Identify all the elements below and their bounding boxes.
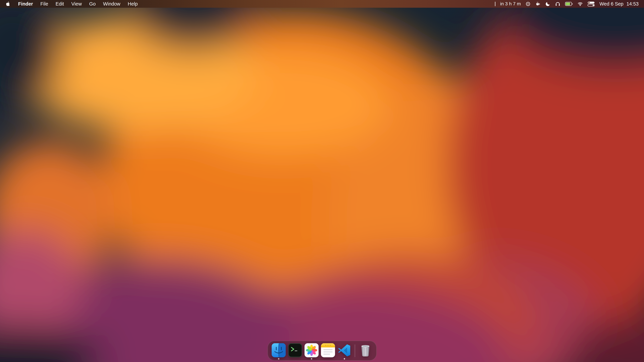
active-app-name[interactable]: Finder	[14, 1, 37, 7]
battery-icon[interactable]	[563, 2, 575, 6]
running-indicator	[344, 358, 345, 360]
headphones-icon[interactable]	[553, 1, 563, 6]
trash-icon	[358, 343, 372, 357]
status-divider	[492, 2, 498, 6]
notes-icon	[321, 343, 335, 357]
timer-status[interactable]: in 3 h 7 m	[498, 1, 523, 6]
menu-item-file[interactable]: File	[37, 1, 52, 7]
menu-item-edit[interactable]: Edit	[52, 1, 68, 7]
control-center-icon[interactable]	[585, 1, 597, 6]
coffee-cup-icon[interactable]	[533, 1, 543, 6]
running-indicator	[311, 358, 312, 360]
finder-icon	[272, 343, 286, 357]
dock-item-terminal[interactable]	[288, 343, 302, 360]
apple-menu[interactable]	[4, 1, 14, 6]
clock-date: Wed 6 Sep	[600, 1, 623, 7]
clock-time: 14:53	[626, 1, 639, 7]
dock-item-vscode[interactable]	[338, 343, 352, 360]
dock-item-trash[interactable]	[358, 343, 372, 360]
menu-bar-clock[interactable]: Wed 6 Sep 14:53	[597, 1, 640, 7]
wifi-icon[interactable]	[575, 1, 585, 6]
dock-item-finder[interactable]	[272, 343, 286, 360]
focus-moon-icon[interactable]	[543, 1, 553, 6]
dock-item-photos[interactable]	[304, 343, 319, 360]
photos-icon	[304, 343, 319, 357]
apple-logo-icon	[5, 1, 11, 6]
wallpaper-image	[0, 0, 644, 362]
menu-bar-status-area: in 3 h 7 m	[492, 1, 640, 7]
timer-ring-icon[interactable]	[523, 1, 533, 6]
dock-divider	[355, 345, 355, 357]
running-indicator	[278, 358, 280, 360]
desktop[interactable]: Finder File Edit View Go Window Help in …	[0, 0, 644, 362]
menu-bar: Finder File Edit View Go Window Help in …	[0, 0, 644, 8]
menu-item-go[interactable]: Go	[86, 1, 100, 7]
menu-item-view[interactable]: View	[68, 1, 85, 7]
menu-item-window[interactable]: Window	[99, 1, 124, 7]
terminal-icon	[288, 343, 302, 357]
menu-bar-left: Finder File Edit View Go Window Help	[4, 1, 142, 7]
dock	[268, 341, 377, 361]
dock-item-notes[interactable]	[321, 343, 335, 360]
menu-item-help[interactable]: Help	[124, 1, 142, 7]
vscode-icon	[338, 343, 352, 357]
